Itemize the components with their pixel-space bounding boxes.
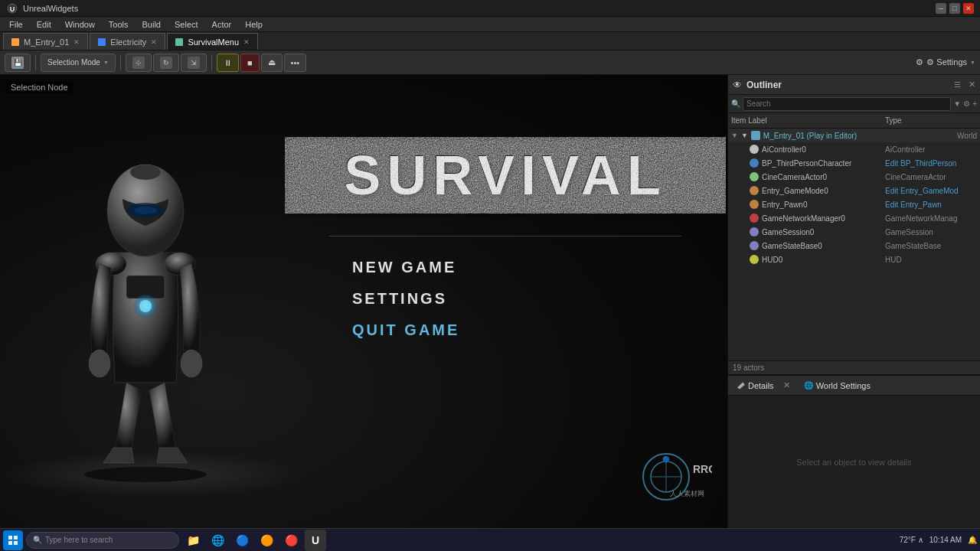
taskbar-browser[interactable]: 🌐 [207, 530, 228, 551]
table-row[interactable]: GameStateBase0 GameStateBase [728, 239, 980, 253]
tab-survivalMenu[interactable]: SurvivalMenu ✕ [167, 33, 258, 50]
tab-survival-close[interactable]: ✕ [243, 38, 250, 46]
settings-button[interactable]: ⚙ ⚙ Settings ▼ [916, 57, 975, 67]
table-row[interactable]: CineCameraActor0 CineCameraActor [728, 170, 980, 184]
game-title-area: SURVIVAL [322, 144, 689, 207]
transform-scale-button[interactable]: ⇲ [181, 54, 207, 72]
taskbar-search[interactable]: 🔍 Type here to search [26, 532, 179, 549]
app-title: UnrealWidgets [23, 4, 78, 13]
menu-edit[interactable]: Edit [31, 17, 57, 32]
minimize-button[interactable]: ─ [936, 3, 946, 14]
transform-translate-button[interactable]: ⊹ [126, 54, 152, 72]
stop-button[interactable]: ■ [240, 54, 260, 72]
pause-button[interactable]: ⏸ [217, 54, 239, 72]
settings-outliner-icon[interactable]: ⚙ [963, 99, 970, 108]
close-button[interactable]: ✕ [963, 3, 974, 14]
menu-select[interactable]: Select [168, 17, 204, 32]
outliner-search-input[interactable] [743, 97, 951, 111]
taskbar-app1[interactable]: 🔵 [231, 530, 253, 551]
world-settings-label: World Settings [816, 381, 871, 390]
table-row[interactable]: BP_ThirdPersonCharacter Edit BP_ThirdPer… [728, 156, 980, 170]
table-row[interactable]: GameNetworkManager0 GameNetworkManag [728, 211, 980, 225]
eject-button[interactable]: ⏏ [261, 54, 283, 72]
details-panel-close-button[interactable]: ✕ [783, 380, 790, 390]
statebase-icon [750, 241, 759, 250]
dropdown-icon[interactable]: ▼ [953, 99, 961, 108]
settings-label: ⚙ Settings [926, 57, 967, 67]
taskbar-app2[interactable]: 🟠 [256, 530, 277, 551]
svg-text:U: U [10, 5, 15, 13]
actor-name: HUD0 [762, 256, 782, 264]
menu-actor[interactable]: Actor [206, 17, 238, 32]
outliner-close-button[interactable]: ✕ [969, 80, 975, 90]
tab-electricity[interactable]: Electricity ✕ [90, 33, 165, 50]
taskbar: 🔍 Type here to search 📁 🌐 🔵 🟠 🔴 U 72°F ∧… [0, 528, 980, 551]
svg-text:人人素材网: 人人素材网 [670, 490, 704, 497]
actor-type: AiController [885, 145, 977, 154]
add-actor-icon[interactable]: + [972, 99, 977, 108]
more-options-button[interactable]: ••• [284, 54, 307, 72]
search-icon: 🔍 [731, 99, 740, 108]
settings-game-button[interactable]: SETTINGS [352, 290, 459, 308]
taskbar-ue[interactable]: U [305, 530, 326, 551]
outliner-footer: 19 actors [728, 360, 980, 374]
save-button[interactable]: 💾 [5, 54, 31, 72]
ue-logo-icon: U [6, 2, 18, 15]
toolbar-left: 💾 Selection Mode ▼ ⊹ ↻ ⇲ ⏸ ■ ⏏ ••• [5, 54, 306, 72]
col-item-label: Item Label [731, 116, 885, 125]
scale-icon: ⇲ [188, 57, 200, 69]
table-row[interactable]: Entry_Pawn0 Edit Entry_Pawn [728, 197, 980, 211]
table-row[interactable]: AiController0 AiController [728, 142, 980, 156]
tab-m-entry[interactable]: M_Entry_01 ✕ [3, 33, 88, 50]
menu-build[interactable]: Build [136, 17, 167, 32]
actor-type-highlight: Edit Entry_Pawn [885, 201, 977, 209]
tab-survival-label: SurvivalMenu [188, 37, 239, 47]
transform-rotate-button[interactable]: ↻ [153, 54, 179, 72]
tab-material-icon [11, 38, 19, 46]
details-tab[interactable]: Details [733, 381, 779, 390]
outliner-body: ▼ ▼ M_Entry_01 (Play in Editor) World Ai… [728, 129, 980, 360]
maximize-button[interactable]: □ [949, 3, 960, 14]
svg-point-5 [139, 300, 152, 312]
menu-file[interactable]: File [3, 17, 29, 32]
menu-window[interactable]: Window [59, 17, 101, 32]
viewport[interactable]: Selection Node [0, 75, 727, 528]
table-row[interactable]: GameSession0 GameSession [728, 225, 980, 239]
watermark: 🔵 RRCG 人人素材网 [635, 450, 712, 513]
actor-type-highlight: Edit BP_ThirdPerson [885, 159, 977, 168]
details-placeholder-text: Select an object to view details [796, 458, 911, 467]
col-type: Type [885, 116, 977, 125]
tab-electricity-close[interactable]: ✕ [151, 38, 157, 46]
globe-icon: 🌐 [804, 381, 813, 390]
svg-rect-20 [8, 536, 12, 540]
menu-tools[interactable]: Tools [103, 17, 135, 32]
actor-type: GameSession [885, 228, 977, 236]
tab-m-entry-close[interactable]: ✕ [74, 38, 80, 46]
taskbar-notification[interactable]: 🔔 [968, 536, 977, 544]
taskbar-app3[interactable]: 🔴 [280, 530, 302, 551]
world-row[interactable]: ▼ ▼ M_Entry_01 (Play in Editor) World [728, 129, 980, 142]
svg-point-2 [84, 467, 207, 482]
selection-mode-dropdown[interactable]: Selection Mode ▼ [41, 54, 116, 72]
table-row[interactable]: HUD0 HUD [728, 253, 980, 266]
new-game-button[interactable]: NEW GAME [352, 259, 459, 276]
svg-point-13 [134, 207, 157, 214]
survival-title: SURVIVAL [322, 144, 689, 207]
actor-name: AiController0 [762, 145, 806, 154]
session-icon [750, 227, 759, 236]
settings-chevron-icon: ▼ [970, 60, 975, 65]
svg-point-14 [130, 165, 161, 180]
actor-type: GameNetworkManag [885, 214, 977, 223]
quit-game-button[interactable]: QUIT GAME [352, 321, 459, 339]
filter-icon[interactable]: ☰ [954, 80, 961, 89]
start-button[interactable] [3, 530, 23, 550]
taskbar-time: 10:14 AM [929, 536, 962, 544]
menu-help[interactable]: Help [239, 17, 269, 32]
world-settings-tab[interactable]: 🌐 World Settings [799, 381, 875, 390]
svg-point-9 [181, 350, 202, 377]
taskbar-file-explorer[interactable]: 📁 [182, 530, 204, 551]
tab-electricity-label: Electricity [110, 37, 146, 47]
table-row[interactable]: Entry_GameMode0 Edit Entry_GameMod [728, 184, 980, 197]
svg-point-8 [89, 350, 110, 377]
actor-name: Entry_GameMode0 [762, 187, 828, 195]
